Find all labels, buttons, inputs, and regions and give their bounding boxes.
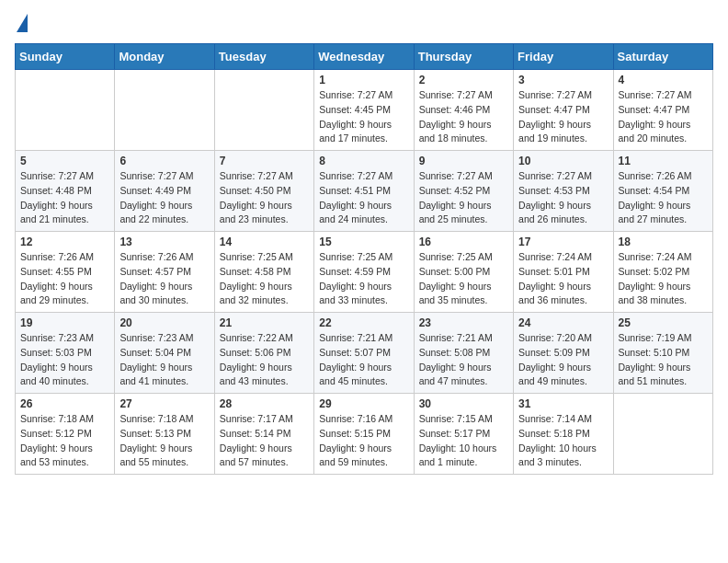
calendar-cell: 24Sunrise: 7:20 AM Sunset: 5:09 PM Dayli… [514, 313, 613, 394]
day-number: 11 [619, 155, 708, 167]
day-info: Sunrise: 7:26 AM Sunset: 4:54 PM Dayligh… [619, 169, 708, 227]
day-info: Sunrise: 7:18 AM Sunset: 5:12 PM Dayligh… [20, 412, 109, 470]
day-info: Sunrise: 7:27 AM Sunset: 4:47 PM Dayligh… [619, 88, 708, 146]
day-number: 8 [319, 155, 408, 167]
day-info: Sunrise: 7:19 AM Sunset: 5:10 PM Dayligh… [619, 331, 708, 389]
calendar-table: SundayMondayTuesdayWednesdayThursdayFrid… [15, 43, 713, 475]
day-number: 2 [419, 74, 508, 86]
day-number: 19 [20, 316, 109, 329]
calendar-cell: 25Sunrise: 7:19 AM Sunset: 5:10 PM Dayli… [613, 313, 712, 394]
column-header-friday: Friday [514, 44, 613, 70]
calendar-cell: 11Sunrise: 7:26 AM Sunset: 4:54 PM Dayli… [613, 151, 712, 232]
calendar-cell: 26Sunrise: 7:18 AM Sunset: 5:12 PM Dayli… [16, 394, 115, 475]
calendar-cell: 19Sunrise: 7:23 AM Sunset: 5:03 PM Dayli… [16, 313, 115, 394]
day-number: 15 [319, 236, 408, 248]
calendar-cell: 9Sunrise: 7:27 AM Sunset: 4:52 PM Daylig… [414, 151, 513, 232]
calendar-week-row: 19Sunrise: 7:23 AM Sunset: 5:03 PM Dayli… [16, 313, 713, 394]
day-number: 5 [20, 155, 109, 167]
day-info: Sunrise: 7:23 AM Sunset: 5:03 PM Dayligh… [20, 331, 109, 389]
day-info: Sunrise: 7:25 AM Sunset: 4:59 PM Dayligh… [319, 250, 408, 308]
day-info: Sunrise: 7:23 AM Sunset: 5:04 PM Dayligh… [119, 331, 209, 389]
day-info: Sunrise: 7:27 AM Sunset: 4:50 PM Dayligh… [220, 169, 309, 227]
page-header [15, 15, 713, 34]
column-header-sunday: Sunday [16, 44, 115, 70]
day-number: 10 [518, 155, 608, 167]
day-number: 24 [518, 316, 608, 329]
day-info: Sunrise: 7:25 AM Sunset: 5:00 PM Dayligh… [419, 250, 508, 308]
calendar-cell: 4Sunrise: 7:27 AM Sunset: 4:47 PM Daylig… [613, 70, 712, 151]
day-info: Sunrise: 7:27 AM Sunset: 4:46 PM Dayligh… [419, 88, 508, 146]
calendar-cell: 14Sunrise: 7:25 AM Sunset: 4:58 PM Dayli… [214, 232, 313, 313]
day-info: Sunrise: 7:24 AM Sunset: 5:01 PM Dayligh… [518, 250, 608, 308]
day-info: Sunrise: 7:27 AM Sunset: 4:49 PM Dayligh… [119, 169, 209, 227]
day-number: 16 [419, 236, 508, 248]
day-number: 9 [419, 155, 508, 167]
day-info: Sunrise: 7:20 AM Sunset: 5:09 PM Dayligh… [518, 331, 608, 389]
calendar-cell: 3Sunrise: 7:27 AM Sunset: 4:47 PM Daylig… [514, 70, 613, 151]
calendar-cell: 21Sunrise: 7:22 AM Sunset: 5:06 PM Dayli… [214, 313, 313, 394]
day-number: 12 [20, 236, 109, 248]
day-number: 7 [220, 155, 309, 167]
calendar-week-row: 5Sunrise: 7:27 AM Sunset: 4:48 PM Daylig… [16, 151, 713, 232]
calendar-cell: 18Sunrise: 7:24 AM Sunset: 5:02 PM Dayli… [613, 232, 712, 313]
calendar-cell: 30Sunrise: 7:15 AM Sunset: 5:17 PM Dayli… [414, 394, 513, 475]
calendar-cell [115, 70, 214, 151]
day-number: 23 [419, 316, 508, 329]
day-number: 22 [319, 316, 408, 329]
column-header-tuesday: Tuesday [214, 44, 313, 70]
day-info: Sunrise: 7:17 AM Sunset: 5:14 PM Dayligh… [220, 412, 309, 470]
day-number: 6 [119, 155, 209, 167]
calendar-cell: 27Sunrise: 7:18 AM Sunset: 5:13 PM Dayli… [115, 394, 214, 475]
day-number: 21 [220, 316, 309, 329]
day-info: Sunrise: 7:22 AM Sunset: 5:06 PM Dayligh… [220, 331, 309, 389]
logo-triangle-icon [17, 14, 28, 32]
day-info: Sunrise: 7:25 AM Sunset: 4:58 PM Dayligh… [220, 250, 309, 308]
day-number: 3 [518, 74, 608, 86]
calendar-week-row: 12Sunrise: 7:26 AM Sunset: 4:55 PM Dayli… [16, 232, 713, 313]
calendar-cell: 12Sunrise: 7:26 AM Sunset: 4:55 PM Dayli… [16, 232, 115, 313]
day-info: Sunrise: 7:26 AM Sunset: 4:57 PM Dayligh… [119, 250, 209, 308]
day-number: 31 [518, 397, 608, 410]
day-info: Sunrise: 7:15 AM Sunset: 5:17 PM Dayligh… [419, 412, 508, 470]
calendar-cell: 20Sunrise: 7:23 AM Sunset: 5:04 PM Dayli… [115, 313, 214, 394]
day-number: 28 [220, 397, 309, 410]
day-number: 30 [419, 397, 508, 410]
day-number: 17 [518, 236, 608, 248]
day-info: Sunrise: 7:26 AM Sunset: 4:55 PM Dayligh… [20, 250, 109, 308]
column-header-thursday: Thursday [414, 44, 513, 70]
logo [15, 15, 28, 34]
day-number: 4 [619, 74, 708, 86]
calendar-cell [613, 394, 712, 475]
calendar-cell: 8Sunrise: 7:27 AM Sunset: 4:51 PM Daylig… [314, 151, 414, 232]
day-number: 25 [619, 316, 708, 329]
day-info: Sunrise: 7:27 AM Sunset: 4:52 PM Dayligh… [419, 169, 508, 227]
day-info: Sunrise: 7:27 AM Sunset: 4:51 PM Dayligh… [319, 169, 408, 227]
calendar-cell: 2Sunrise: 7:27 AM Sunset: 4:46 PM Daylig… [414, 70, 513, 151]
calendar-cell: 23Sunrise: 7:21 AM Sunset: 5:08 PM Dayli… [414, 313, 513, 394]
calendar-cell: 13Sunrise: 7:26 AM Sunset: 4:57 PM Dayli… [115, 232, 214, 313]
calendar-header-row: SundayMondayTuesdayWednesdayThursdayFrid… [16, 44, 713, 70]
day-info: Sunrise: 7:16 AM Sunset: 5:15 PM Dayligh… [319, 412, 408, 470]
day-info: Sunrise: 7:27 AM Sunset: 4:45 PM Dayligh… [319, 88, 408, 146]
day-info: Sunrise: 7:21 AM Sunset: 5:07 PM Dayligh… [319, 331, 408, 389]
day-number: 18 [619, 236, 708, 248]
calendar-week-row: 1Sunrise: 7:27 AM Sunset: 4:45 PM Daylig… [16, 70, 713, 151]
calendar-cell: 6Sunrise: 7:27 AM Sunset: 4:49 PM Daylig… [115, 151, 214, 232]
day-info: Sunrise: 7:27 AM Sunset: 4:47 PM Dayligh… [518, 88, 608, 146]
day-number: 13 [119, 236, 209, 248]
day-number: 29 [319, 397, 408, 410]
calendar-cell: 22Sunrise: 7:21 AM Sunset: 5:07 PM Dayli… [314, 313, 414, 394]
column-header-wednesday: Wednesday [314, 44, 414, 70]
calendar-week-row: 26Sunrise: 7:18 AM Sunset: 5:12 PM Dayli… [16, 394, 713, 475]
day-info: Sunrise: 7:14 AM Sunset: 5:18 PM Dayligh… [518, 412, 608, 470]
day-number: 27 [119, 397, 209, 410]
calendar-cell [214, 70, 313, 151]
day-number: 14 [220, 236, 309, 248]
column-header-saturday: Saturday [613, 44, 712, 70]
calendar-cell: 31Sunrise: 7:14 AM Sunset: 5:18 PM Dayli… [514, 394, 613, 475]
calendar-cell: 16Sunrise: 7:25 AM Sunset: 5:00 PM Dayli… [414, 232, 513, 313]
calendar-cell: 28Sunrise: 7:17 AM Sunset: 5:14 PM Dayli… [214, 394, 313, 475]
day-number: 20 [119, 316, 209, 329]
calendar-cell: 17Sunrise: 7:24 AM Sunset: 5:01 PM Dayli… [514, 232, 613, 313]
day-number: 26 [20, 397, 109, 410]
